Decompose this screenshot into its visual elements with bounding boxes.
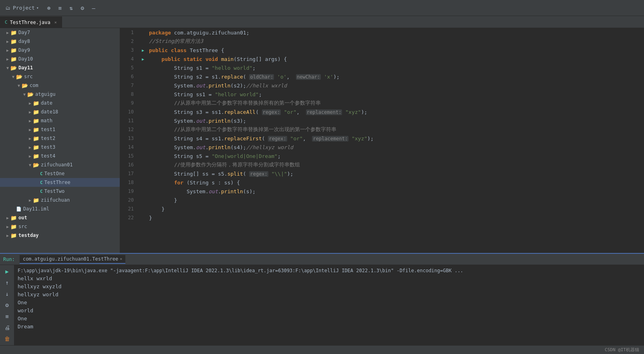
sidebar-item-atguigu[interactable]: ▼ 📂 atguigu — [0, 90, 120, 99]
line-number: 12 — [120, 127, 139, 132]
sidebar-item-TestTwo[interactable]: C TestTwo — [0, 187, 120, 196]
scroll-up-button[interactable]: ↑ — [2, 278, 12, 287]
sidebar-item-date18[interactable]: ▶ 📁 date18 — [0, 107, 120, 116]
run-tab-label: com.atguigu.zifuchuan01.TestThree — [23, 256, 118, 262]
folder-src-icon: 📂 — [16, 74, 22, 80]
sidebar-item-day8[interactable]: ▶ 📁 day8 — [0, 37, 120, 46]
sidebar-item-label: test1 — [41, 127, 55, 132]
sidebar-item-Day11iml[interactable]: 📄 Day11.iml — [0, 204, 120, 213]
sidebar-item-ziifuchuan[interactable]: ▶ 📁 ziifuchuan — [0, 196, 120, 204]
sidebar-item-test2[interactable]: ▶ 📁 test2 — [0, 134, 120, 143]
expand-arrow: ▶ — [27, 145, 33, 150]
expand-arrow: ▼ — [22, 92, 27, 97]
project-dropdown[interactable]: 🗂 Project ▾ — [3, 4, 41, 12]
folder-icon: 📁 — [10, 233, 17, 239]
line-code: package com.atguigu.zifuchuan01; — [147, 30, 644, 36]
folder-icon: 📁 — [33, 153, 39, 159]
tab-close-button[interactable]: ✕ — [54, 20, 57, 24]
line-code: String s2 = s1.replace( oldChar: 'o', ne… — [147, 74, 644, 80]
run-tab-testthree[interactable]: com.atguigu.zifuchuan01.TestThree ✕ — [20, 255, 125, 264]
folder-icon: 📂 — [27, 91, 34, 97]
scroll-down-button[interactable]: ↓ — [2, 289, 12, 299]
folder-icon: 📁 — [33, 100, 39, 106]
sidebar-item-label: atguigu — [35, 91, 56, 97]
line-code: String[] ss = s5.split( regex: "\\|"); — [147, 171, 644, 177]
line-gutter: ▶ — [139, 48, 147, 53]
line-number: 5 — [120, 65, 139, 71]
line-code: String s3 = ss1.replaceAll( regex: "or",… — [147, 109, 644, 115]
code-line-3: 3 ▶ public class TestThree { — [120, 46, 644, 55]
bottom-panel: Run: com.atguigu.zifuchuan01.TestThree ✕… — [0, 253, 644, 345]
sidebar-item-test1[interactable]: ▶ 📁 test1 — [0, 125, 120, 134]
code-line-2: 2 //String的常用方法3 — [120, 37, 644, 46]
scope-icon[interactable]: ⊕ — [44, 4, 53, 12]
sidebar-item-Day10[interactable]: ▶ 📁 Day10 — [0, 55, 120, 63]
sort-icon[interactable]: ⇅ — [67, 4, 76, 12]
code-editor[interactable]: 1 package com.atguigu.zifuchuan01; 2 //S… — [120, 28, 644, 253]
sidebar-item-TestThree[interactable]: C TestThree — [0, 178, 120, 187]
expand-arrow: ▶ — [27, 198, 33, 202]
sidebar-item-zifuchuan01[interactable]: ▼ 📂 zifuchuan01 — [0, 160, 120, 169]
sidebar-item-test3[interactable]: ▶ 📁 test3 — [0, 143, 120, 152]
expand-arrow: ▼ — [10, 75, 16, 79]
line-number: 10 — [120, 109, 139, 115]
sidebar-item-src[interactable]: ▼ 📂 src — [0, 72, 120, 81]
code-line-11: 11 System.out.println(s3); — [120, 116, 644, 125]
line-number: 16 — [120, 162, 139, 168]
sidebar-item-label: TestTwo — [44, 188, 65, 194]
expand-arrow: ▶ — [5, 57, 10, 61]
line-number: 13 — [120, 136, 139, 141]
run-button[interactable]: ▶ — [2, 267, 12, 276]
flatten-icon[interactable]: ≡ — [56, 4, 64, 12]
line-code: String s1 = "hello world"; — [147, 65, 644, 71]
expand-arrow: ▶ — [5, 216, 10, 220]
java-class-icon: C — [40, 180, 43, 185]
tab-label: TestThree.java — [10, 20, 50, 25]
close-panel-icon[interactable]: — — [89, 4, 98, 12]
tab-testthree[interactable]: C TestThree.java ✕ — [0, 16, 62, 28]
sidebar-item-src2[interactable]: ▶ 📁 src — [0, 222, 120, 231]
toolbar-icons: ⊕ ≡ ⇅ ⚙ — — [44, 4, 98, 12]
align-button[interactable]: ≡ — [2, 312, 12, 321]
expand-arrow: ▼ — [5, 66, 10, 70]
folder-icon: 📁 — [10, 215, 17, 221]
sidebar-item-Day11[interactable]: ▼ 📂 Day11 — [0, 63, 120, 72]
expand-arrow: ▶ — [5, 39, 10, 44]
delete-button[interactable]: 🗑 — [2, 334, 12, 344]
top-toolbar: 🗂 Project ▾ ⊕ ≡ ⇅ ⚙ — — [0, 0, 644, 16]
folder-icon: 📁 — [10, 56, 17, 62]
sidebar-item-Day9[interactable]: ▶ 📁 Day9 — [0, 46, 120, 55]
line-number: 7 — [120, 83, 139, 88]
expand-arrow: ▶ — [27, 154, 33, 158]
line-code: //使用参数作为分隔符，将原字符串分割成字符串数组 — [147, 161, 644, 168]
settings-icon[interactable]: ⚙ — [78, 4, 87, 12]
code-line-12: 12 //从原串中用第二个参数字符串替换掉第一次出现的第一个参数字符串 — [120, 125, 644, 134]
sidebar-item-com[interactable]: ▼ 📂 com — [0, 81, 120, 90]
output-line-2: hellxyz wxyzld — [18, 283, 641, 291]
line-code: String ss1 = "hellor world"; — [147, 91, 644, 97]
sidebar-item-test4[interactable]: ▶ 📁 test4 — [0, 152, 120, 160]
sidebar-item-label: Day9 — [18, 47, 30, 53]
sidebar-item-math[interactable]: ▶ 📁 math — [0, 116, 120, 125]
sidebar-item-label: com — [30, 83, 38, 88]
output-line-6: One — [18, 315, 641, 323]
sidebar-item-label: test2 — [41, 136, 55, 141]
sidebar-item-date[interactable]: ▶ 📁 date — [0, 99, 120, 107]
code-line-17: 17 String[] ss = s5.split( regex: "\\|")… — [120, 169, 644, 178]
sidebar-item-Day7[interactable]: ▶ 📁 Day7 — [0, 28, 120, 37]
sidebar-item-label: Day7 — [18, 30, 30, 35]
line-code: String s5 = "One|world|One|Dream"; — [147, 153, 644, 159]
sidebar-item-out[interactable]: ▶ 📁 out — [0, 213, 120, 222]
run-tab-close[interactable]: ✕ — [120, 257, 122, 261]
folder-icon: 📁 — [10, 224, 17, 230]
sidebar-item-testday[interactable]: ▶ 📁 testday — [0, 231, 120, 240]
sidebar-item-label: ziifuchuan — [41, 197, 70, 203]
code-line-16: 16 //使用参数作为分隔符，将原字符串分割成字符串数组 — [120, 160, 644, 169]
sidebar-item-label: math — [41, 118, 52, 123]
print-button[interactable]: 🖨 — [2, 323, 12, 332]
filter-button[interactable]: ⚙ — [2, 300, 12, 310]
sidebar-item-TestOne[interactable]: C TestOne — [0, 169, 120, 178]
line-code: System.out.println(s2);//hellx wxrld — [147, 83, 644, 89]
folder-icon: 📁 — [33, 127, 39, 133]
run-content-area: ▶ ↑ ↓ ⚙ ≡ 🖨 🗑 F:\app\java\jdk-19\bin\jav… — [0, 265, 644, 345]
